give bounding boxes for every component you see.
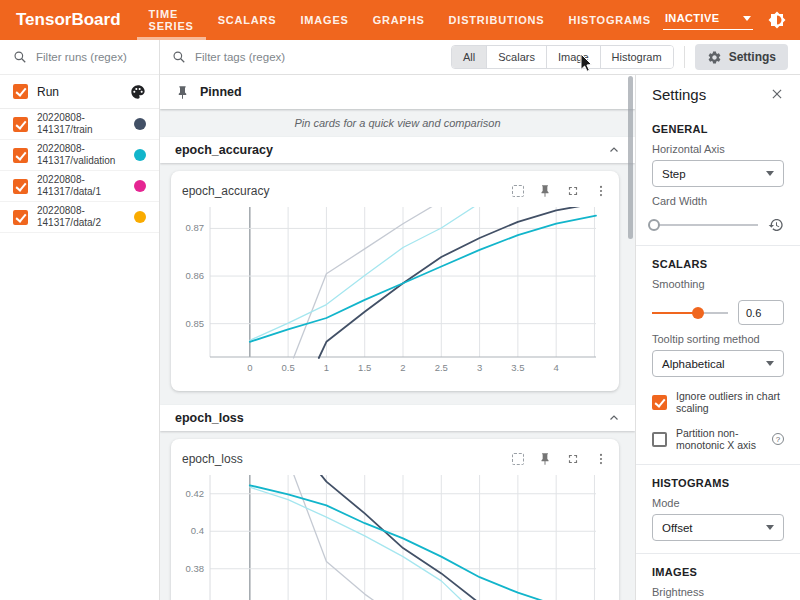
svg-text:0.4: 0.4 xyxy=(191,525,204,536)
smoothing-value-input[interactable]: 0.6 xyxy=(738,300,784,325)
settings-button[interactable]: Settings xyxy=(695,44,788,70)
tooltip-sorting-value: Alphabetical xyxy=(662,358,725,370)
svg-text:0.38: 0.38 xyxy=(186,563,205,574)
run-name: 20220808-141317/data/1 xyxy=(37,174,101,198)
card-width-slider[interactable] xyxy=(652,218,758,232)
tab-scalars[interactable]: SCALARS xyxy=(206,0,289,40)
tab-histograms[interactable]: HISTOGRAMS xyxy=(557,0,663,40)
run-name: 20220808-141317/train xyxy=(37,112,93,136)
tooltip-sorting-label: Tooltip sorting method xyxy=(652,333,784,345)
section-images-heading: IMAGES xyxy=(652,566,784,578)
filter-pill-image[interactable]: Image xyxy=(546,46,600,68)
tab-graphs[interactable]: GRAPHS xyxy=(361,0,437,40)
run-color-dot[interactable] xyxy=(134,118,146,130)
filter-runs-placeholder: Filter runs (regex) xyxy=(36,51,127,63)
partition-x-axis-checkbox[interactable] xyxy=(652,432,667,447)
run-checkbox[interactable] xyxy=(13,210,28,225)
run-color-dot[interactable] xyxy=(134,149,146,161)
histogram-mode-label: Mode xyxy=(652,497,784,509)
runs-header-label: Run xyxy=(37,85,59,99)
chevron-up-icon[interactable] xyxy=(608,144,620,156)
ignore-outliers-row: Ignore outliers in chart scaling xyxy=(652,390,784,414)
tab-images[interactable]: IMAGES xyxy=(288,0,360,40)
svg-text:0.86: 0.86 xyxy=(186,270,205,281)
brightness-label: Brightness xyxy=(652,586,784,598)
brightness-toggle-icon[interactable] xyxy=(768,11,786,29)
select-all-runs-checkbox[interactable] xyxy=(13,84,28,99)
tab-distributions[interactable]: DISTRIBUTIONS xyxy=(437,0,557,40)
smoothing-slider[interactable] xyxy=(652,306,728,320)
scrollbar-thumb[interactable] xyxy=(628,76,633,239)
filter-pill-all[interactable]: All xyxy=(452,46,486,68)
filter-tags-field[interactable]: Filter tags (regex) xyxy=(172,50,285,64)
run-row-141317-train: 20220808-141317/train xyxy=(0,109,159,140)
ignore-outliers-checkbox[interactable] xyxy=(652,395,667,410)
run-color-dot[interactable] xyxy=(134,211,146,223)
run-name: 20220808-141317/data/2 xyxy=(37,205,101,229)
svg-text:0.85: 0.85 xyxy=(186,318,205,329)
search-icon xyxy=(13,50,27,64)
filter-runs-field[interactable]: Filter runs (regex) xyxy=(0,40,159,75)
pin-icon[interactable] xyxy=(538,452,552,466)
group-header-epoch-loss[interactable]: epoch_loss xyxy=(160,405,635,431)
series-141317-validation xyxy=(250,485,596,600)
pin-icon xyxy=(175,85,190,100)
tab-time-series[interactable]: TIME SERIES xyxy=(137,0,206,40)
help-icon[interactable]: ? xyxy=(772,433,784,445)
fullscreen-icon[interactable] xyxy=(566,452,580,466)
line-chart-epoch-loss[interactable]: 0.360.380.40.42 xyxy=(182,475,608,600)
series-141317-validation xyxy=(250,216,596,342)
search-icon xyxy=(172,50,186,64)
palette-icon[interactable] xyxy=(130,84,146,100)
horizontal-axis-value: Step xyxy=(662,168,686,180)
card-actions xyxy=(512,184,608,198)
nav-tabs: TIME SERIESSCALARSIMAGESGRAPHSDISTRIBUTI… xyxy=(137,0,663,40)
filter-pill-histogram[interactable]: Histogram xyxy=(600,46,673,68)
run-checkbox[interactable] xyxy=(13,117,28,132)
tooltip-sorting-select[interactable]: Alphabetical xyxy=(652,350,784,377)
tags-toolbar: Filter tags (regex) AllScalarsImageHisto… xyxy=(160,40,800,75)
settings-panel: Settings GENERAL Horizontal Axis Step Ca… xyxy=(635,75,800,600)
svg-text:3.5: 3.5 xyxy=(511,362,524,373)
card-header: epoch_loss xyxy=(182,449,608,469)
section-general-heading: GENERAL xyxy=(652,123,784,135)
group-header-epoch-accuracy[interactable]: epoch_accuracy xyxy=(160,137,635,163)
card-width-label: Card Width xyxy=(652,195,784,207)
horizontal-axis-select[interactable]: Step xyxy=(652,160,784,187)
card-header: epoch_accuracy xyxy=(182,181,608,201)
scalar-card-epoch-loss: epoch_loss 0.360.380.40.42 xyxy=(171,439,619,600)
more-menu-icon[interactable] xyxy=(594,184,608,198)
run-row-141317-data-2: 20220808-141317/data/2 xyxy=(0,202,159,233)
app-title: TensorBoard xyxy=(0,10,137,30)
chevron-down-icon xyxy=(766,171,774,176)
cards-scroll-area[interactable]: Pinned Pin cards for a quick view and co… xyxy=(160,75,635,600)
run-color-dot[interactable] xyxy=(134,180,146,192)
close-icon[interactable] xyxy=(770,87,784,101)
pin-icon[interactable] xyxy=(538,184,552,198)
reload-status-dropdown[interactable]: INACTIVE xyxy=(663,10,753,30)
runs-sidebar: Filter runs (regex) Run 20220808-141317/… xyxy=(0,40,160,600)
pinned-section-header: Pinned xyxy=(160,75,635,109)
pin-hint-text: Pin cards for a quick view and compariso… xyxy=(160,109,635,137)
series-141317-validation-unsmoothed- xyxy=(250,207,476,340)
svg-text:0.5: 0.5 xyxy=(282,362,295,373)
card-actions xyxy=(512,452,608,466)
chevron-up-icon[interactable] xyxy=(608,412,620,424)
histogram-mode-select[interactable]: Offset xyxy=(652,514,784,541)
fit-to-data-icon[interactable] xyxy=(512,185,524,197)
runs-list: 20220808-141317/train20220808-141317/val… xyxy=(0,109,159,233)
more-menu-icon[interactable] xyxy=(594,452,608,466)
chevron-down-icon xyxy=(766,361,774,366)
gear-icon xyxy=(707,50,722,65)
filter-pill-scalars[interactable]: Scalars xyxy=(486,46,546,68)
fullscreen-icon[interactable] xyxy=(566,184,580,198)
line-chart-epoch-accuracy[interactable]: 00.511.522.533.540.850.860.87 xyxy=(182,207,608,381)
run-row-141317-validation: 20220808-141317/validation xyxy=(0,140,159,171)
fit-to-data-icon[interactable] xyxy=(512,453,524,465)
reset-icon[interactable] xyxy=(768,217,784,233)
run-checkbox[interactable] xyxy=(13,148,28,163)
smoothing-label: Smoothing xyxy=(652,278,784,290)
series-141317-train xyxy=(319,207,583,358)
run-checkbox[interactable] xyxy=(13,179,28,194)
ignore-outliers-label: Ignore outliers in chart scaling xyxy=(676,390,784,414)
